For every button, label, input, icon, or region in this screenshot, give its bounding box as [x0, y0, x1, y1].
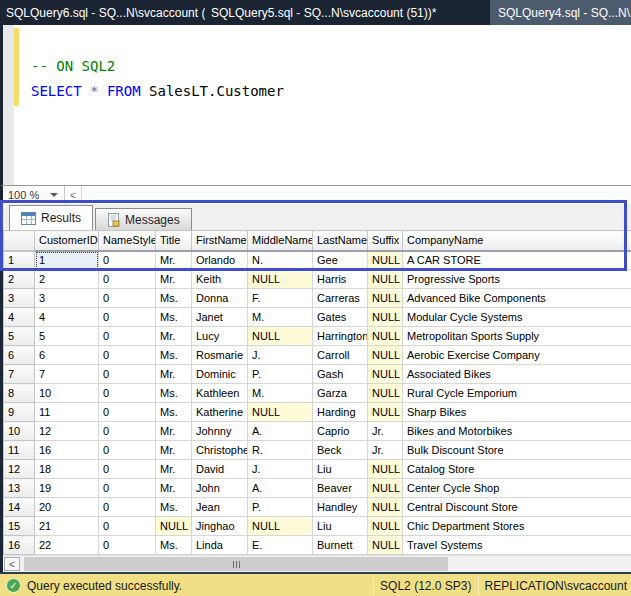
row-number[interactable]: 13 [4, 479, 35, 498]
grid-cell[interactable]: 3 [35, 289, 99, 308]
tab-sqlquery6[interactable]: SQLQuery6.sql - SQ...N\svcaccount (58))* [0, 0, 205, 25]
grid-cell[interactable]: 0 [99, 441, 156, 460]
grid-cell[interactable]: Metropolitan Sports Supply [403, 327, 631, 346]
grid-cell[interactable]: Garza [313, 384, 368, 403]
grid-cell[interactable]: Caprio [313, 422, 368, 441]
grid-cell[interactable]: NULL [368, 460, 403, 479]
grid-cell[interactable]: NULL [248, 327, 313, 346]
row-number[interactable]: 15 [4, 517, 35, 536]
grid-cell[interactable]: Burnett [313, 536, 368, 555]
row-number[interactable]: 4 [4, 308, 35, 327]
grid-cell[interactable]: Lucy [192, 327, 248, 346]
column-header[interactable]: NameStyle [99, 231, 156, 251]
grid-cell[interactable]: F. [248, 289, 313, 308]
grid-cell[interactable]: A. [248, 479, 313, 498]
grid-cell[interactable]: 19 [35, 479, 99, 498]
grid-cell[interactable]: 0 [99, 536, 156, 555]
tab-sqlquery4[interactable]: SQLQuery4.sql - SQ...N\ [490, 0, 631, 25]
grid-cell[interactable]: 0 [99, 403, 156, 422]
grid-cell[interactable]: 0 [99, 251, 156, 270]
grid-cell[interactable]: Mr. [156, 479, 192, 498]
grid-cell[interactable]: NULL [248, 270, 313, 289]
grid-cell[interactable]: Bikes and Motorbikes [403, 422, 631, 441]
grid-cell[interactable]: Chic Department Stores [403, 517, 631, 536]
row-number[interactable]: 12 [4, 460, 35, 479]
tab-sqlquery5[interactable]: SQLQuery5.sql - SQ...N\svcaccount (51))* [205, 0, 490, 25]
tab-messages[interactable]: Messages [95, 208, 192, 230]
grid-cell[interactable]: John [192, 479, 248, 498]
grid-cell[interactable]: Kathleen [192, 384, 248, 403]
grid-cell[interactable]: 1 [35, 251, 99, 270]
grid-cell[interactable]: Beck [313, 441, 368, 460]
column-header[interactable]: LastName [313, 231, 368, 251]
grid-cell[interactable]: 21 [35, 517, 99, 536]
grid-cell[interactable]: N. [248, 251, 313, 270]
grid-cell[interactable]: Ms. [156, 536, 192, 555]
row-number[interactable]: 2 [4, 270, 35, 289]
column-header[interactable]: Suffix [368, 231, 403, 251]
grid-cell[interactable]: Carreras [313, 289, 368, 308]
grid-cell[interactable]: Catalog Store [403, 460, 631, 479]
grid-hscrollbar[interactable]: < [3, 555, 631, 572]
grid-cell[interactable]: NULL [368, 251, 403, 270]
grid-cell[interactable]: Advanced Bike Components [403, 289, 631, 308]
editor-code[interactable]: -- ON SQL2 SELECT * FROM SalesLT.Custome… [31, 29, 284, 104]
column-header[interactable]: FirstName [192, 231, 248, 251]
grid-cell[interactable]: Donna [192, 289, 248, 308]
row-number[interactable]: 6 [4, 346, 35, 365]
grid-cell[interactable]: NULL [368, 365, 403, 384]
grid-cell[interactable]: Christopher [192, 441, 248, 460]
grid-cell[interactable]: Rural Cycle Emporium [403, 384, 631, 403]
grid-cell[interactable]: Center Cycle Shop [403, 479, 631, 498]
grid-cell[interactable]: 6 [35, 346, 99, 365]
row-number[interactable]: 10 [4, 422, 35, 441]
row-number[interactable]: 16 [4, 536, 35, 555]
grid-cell[interactable]: NULL [156, 517, 192, 536]
grid-cell[interactable]: Mr. [156, 422, 192, 441]
row-number[interactable]: 3 [4, 289, 35, 308]
grid-cell[interactable]: R. [248, 441, 313, 460]
grid-cell[interactable]: A. [248, 422, 313, 441]
grid-cell[interactable]: Keith [192, 270, 248, 289]
editor-zoom-select[interactable]: 100 % [3, 186, 65, 204]
grid-cell[interactable]: Linda [192, 536, 248, 555]
grid-cell[interactable]: David [192, 460, 248, 479]
grid-cell[interactable]: NULL [368, 384, 403, 403]
grid-cell[interactable]: J. [248, 460, 313, 479]
grid-cell[interactable]: Associated Bikes [403, 365, 631, 384]
grid-cell[interactable]: J. [248, 346, 313, 365]
row-number[interactable]: 5 [4, 327, 35, 346]
grid-cell[interactable]: A CAR STORE [403, 251, 631, 270]
grid-cell[interactable]: Harrington [313, 327, 368, 346]
grid-cell[interactable]: Central Discount Store [403, 498, 631, 517]
grid-scroll-left-button[interactable]: < [4, 557, 20, 571]
grid-cell[interactable]: 0 [99, 327, 156, 346]
grid-cell[interactable]: Mr. [156, 365, 192, 384]
grid-cell[interactable]: Gee [313, 251, 368, 270]
grid-cell[interactable]: Beaver [313, 479, 368, 498]
row-number[interactable]: 9 [4, 403, 35, 422]
grid-cell[interactable]: 2 [35, 270, 99, 289]
grid-cell[interactable]: Mr. [156, 327, 192, 346]
grid-cell[interactable]: NULL [368, 403, 403, 422]
grid-cell[interactable]: 0 [99, 289, 156, 308]
grid-cell[interactable]: Handley [313, 498, 368, 517]
grid-cell[interactable]: Johnny [192, 422, 248, 441]
grid-cell[interactable]: Travel Systems [403, 536, 631, 555]
column-header[interactable]: MiddleName [248, 231, 313, 251]
grid-cell[interactable]: 0 [99, 517, 156, 536]
row-number[interactable]: 11 [4, 441, 35, 460]
grid-cell[interactable]: P. [248, 365, 313, 384]
grid-cell[interactable]: 0 [99, 460, 156, 479]
grid-cell[interactable]: NULL [368, 308, 403, 327]
column-header[interactable]: CompanyName [403, 231, 631, 251]
grid-cell[interactable]: 5 [35, 327, 99, 346]
grid-cell[interactable]: 0 [99, 384, 156, 403]
grid-cell[interactable]: Mr. [156, 441, 192, 460]
grid-cell[interactable]: Jinghao [192, 517, 248, 536]
grid-cell[interactable]: 0 [99, 422, 156, 441]
grid-cell[interactable]: NULL [248, 517, 313, 536]
grid-cell[interactable]: NULL [368, 536, 403, 555]
grid-cell[interactable]: Gates [313, 308, 368, 327]
grid-cell[interactable]: Gash [313, 365, 368, 384]
